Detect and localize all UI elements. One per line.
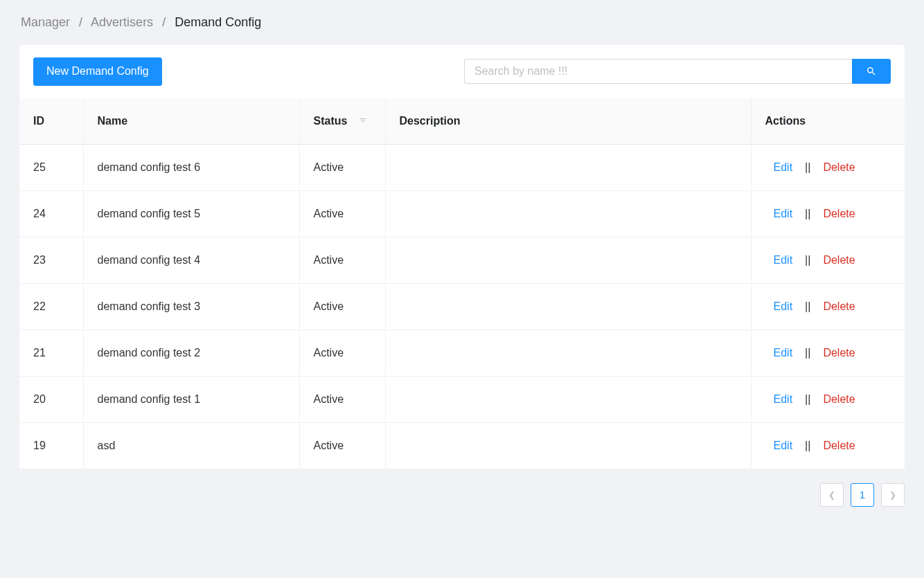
cell-status: Active: [299, 376, 385, 422]
search-button[interactable]: [852, 59, 891, 84]
cell-description: [385, 144, 751, 190]
cell-status: Active: [299, 422, 385, 469]
pagination: ❮ 1 ❯: [19, 469, 905, 507]
action-separator: ||: [805, 161, 810, 174]
cell-name: demand config test 1: [83, 376, 299, 422]
cell-status: Active: [299, 237, 385, 283]
table-row: 25demand config test 6ActiveEdit||Delete: [19, 144, 905, 190]
column-header-status[interactable]: Status: [299, 98, 385, 145]
action-separator: ||: [805, 347, 810, 359]
table-row: 21demand config test 2ActiveEdit||Delete: [19, 329, 905, 376]
cell-description: [385, 190, 751, 237]
cell-actions: Edit||Delete: [751, 376, 905, 422]
cell-name: demand config test 6: [83, 144, 299, 190]
search-group: [464, 59, 891, 84]
edit-link[interactable]: Edit: [774, 440, 793, 452]
cell-status: Active: [299, 144, 385, 190]
cell-id: 24: [19, 190, 83, 237]
delete-link[interactable]: Delete: [823, 208, 855, 220]
cell-id: 19: [19, 422, 83, 469]
edit-link[interactable]: Edit: [774, 347, 793, 359]
column-header-status-label: Status: [314, 115, 348, 127]
cell-name: demand config test 4: [83, 237, 299, 283]
cell-description: [385, 422, 751, 469]
cell-status: Active: [299, 190, 385, 237]
chevron-left-icon: ❮: [828, 490, 835, 500]
edit-link[interactable]: Edit: [774, 300, 793, 313]
cell-id: 21: [19, 329, 83, 376]
column-header-description[interactable]: Description: [385, 98, 751, 145]
delete-link[interactable]: Delete: [823, 347, 855, 359]
edit-link[interactable]: Edit: [774, 254, 793, 267]
table-row: 24demand config test 5ActiveEdit||Delete: [19, 190, 905, 237]
cell-description: [385, 283, 751, 329]
pagination-prev-button[interactable]: ❮: [820, 483, 844, 507]
pagination-next-button[interactable]: ❯: [881, 483, 905, 507]
new-demand-config-button[interactable]: New Demand Config: [33, 57, 162, 86]
cell-id: 22: [19, 283, 83, 329]
delete-link[interactable]: Delete: [823, 300, 855, 313]
delete-link[interactable]: Delete: [823, 393, 855, 406]
action-separator: ||: [805, 440, 810, 452]
table-row: 19asdActiveEdit||Delete: [19, 422, 905, 469]
cell-status: Active: [299, 329, 385, 376]
cell-name: demand config test 3: [83, 283, 299, 329]
table-row: 22demand config test 3ActiveEdit||Delete: [19, 283, 905, 329]
breadcrumb-separator: /: [79, 15, 82, 29]
breadcrumb-current: Demand Config: [175, 15, 261, 29]
cell-name: asd: [83, 422, 299, 469]
table-row: 20demand config test 1ActiveEdit||Delete: [19, 376, 905, 422]
edit-link[interactable]: Edit: [774, 393, 793, 406]
cell-actions: Edit||Delete: [751, 283, 905, 329]
cell-id: 20: [19, 376, 83, 422]
delete-link[interactable]: Delete: [823, 440, 855, 452]
delete-link[interactable]: Delete: [823, 254, 855, 267]
breadcrumb-link-advertisers[interactable]: Advertisers: [91, 15, 153, 29]
cell-description: [385, 329, 751, 376]
breadcrumb-link-manager[interactable]: Manager: [21, 15, 70, 29]
search-icon: [866, 66, 877, 77]
cell-status: Active: [299, 283, 385, 329]
edit-link[interactable]: Edit: [774, 161, 793, 174]
cell-actions: Edit||Delete: [751, 144, 905, 190]
pagination-page-1-button[interactable]: 1: [851, 483, 874, 507]
breadcrumb-separator: /: [162, 15, 166, 29]
breadcrumb: Manager / Advertisers / Demand Config: [21, 15, 905, 30]
demand-config-table: ID Name Status Description Actions 25dem…: [19, 98, 905, 469]
edit-link[interactable]: Edit: [774, 208, 793, 220]
cell-name: demand config test 5: [83, 190, 299, 237]
table-row: 23demand config test 4ActiveEdit||Delete: [19, 237, 905, 283]
cell-description: [385, 376, 751, 422]
cell-name: demand config test 2: [83, 329, 299, 376]
action-separator: ||: [805, 208, 810, 220]
delete-link[interactable]: Delete: [823, 161, 855, 174]
cell-actions: Edit||Delete: [751, 329, 905, 376]
column-header-name[interactable]: Name: [83, 98, 299, 145]
column-header-id[interactable]: ID: [19, 98, 83, 145]
cell-actions: Edit||Delete: [751, 422, 905, 469]
cell-actions: Edit||Delete: [751, 237, 905, 283]
chevron-right-icon: ❯: [889, 490, 896, 500]
cell-id: 23: [19, 237, 83, 283]
cell-actions: Edit||Delete: [751, 190, 905, 237]
action-separator: ||: [805, 300, 810, 313]
action-separator: ||: [805, 393, 810, 406]
cell-id: 25: [19, 144, 83, 190]
column-header-actions: Actions: [751, 98, 905, 145]
action-separator: ||: [805, 254, 810, 267]
filter-icon[interactable]: [359, 115, 367, 127]
cell-description: [385, 237, 751, 283]
search-input[interactable]: [464, 59, 852, 84]
